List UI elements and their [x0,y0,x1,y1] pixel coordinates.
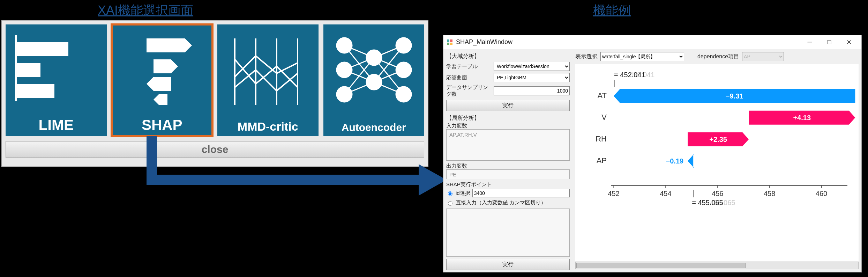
svg-rect-32 [447,39,449,42]
svg-rect-1 [16,63,40,77]
close-window-button[interactable]: ✕ [839,35,859,49]
svg-text:= 455.065: = 455.065 [692,199,723,206]
sampling-input[interactable] [494,86,570,95]
svg-text:−0.19: −0.19 [666,157,684,165]
svg-rect-35 [450,43,452,45]
mmd-critic-icon [217,24,319,115]
window-title: SHAP_MainWindow [456,38,800,46]
minimize-button[interactable]: ─ [800,35,820,49]
learning-table-select[interactable]: WorkflowWizardSession [494,62,570,71]
output-vars-label: 出力変数 [446,163,570,169]
input-vars-value: AP,AT,RH,V [446,129,570,161]
svg-marker-5 [154,59,178,73]
learning-table-label: 学習テーブル [446,63,492,70]
svg-text:452: 452 [608,190,619,197]
svg-text:−9.31: −9.31 [726,92,743,100]
svg-rect-33 [450,39,452,42]
close-button[interactable]: close [6,141,424,158]
svg-text:+4.13: +4.13 [793,114,811,122]
svg-text:+2.35: +2.35 [709,136,727,143]
svg-rect-34 [447,43,449,45]
tile-lime[interactable]: LIME [6,24,107,136]
id-select-input[interactable] [472,189,570,197]
shap-main-window: SHAP_MainWindow ─ □ ✕ 【大域分析】 学習テーブル Work… [443,35,862,272]
autoencoder-icon [323,24,425,115]
display-select-label: 表示選択 [575,53,598,60]
svg-text:454: 454 [660,190,671,197]
radio-id-select[interactable] [448,191,452,196]
scrollbar-thumb[interactable] [576,263,746,268]
svg-marker-4 [147,38,192,52]
svg-marker-6 [147,77,171,91]
svg-text:V: V [601,113,607,122]
svg-rect-0 [16,42,68,56]
tile-row: LIME SHAP [6,24,424,136]
display-select[interactable]: waterfall_single【局所】 [600,52,684,61]
heading-example: 機能例 [593,2,631,19]
tile-mmd-label: MMD-critic [217,120,319,133]
tile-autoencoder-label: Autoencoder [323,122,425,133]
radio-direct-input[interactable] [448,201,452,206]
left-pane: 【大域分析】 学習テーブル WorkflowWizardSession 応答曲面… [443,49,573,272]
run-local-button[interactable]: 実行 [446,259,570,270]
global-section-label: 【大域分析】 [446,53,570,60]
right-pane: 表示選択 waterfall_single【局所】 dependence項目 A… [573,49,861,272]
dependence-select: AP [742,52,784,61]
response-curve-label: 応答曲面 [446,74,492,81]
lime-icon [6,24,107,115]
xai-selector-panel: LIME SHAP [1,20,428,167]
sampling-label: データサンプリング数 [446,84,492,97]
radio-id-label: id選択 [456,190,470,197]
svg-text:AP: AP [597,156,607,165]
tile-shap[interactable]: SHAP [112,24,213,136]
tile-mmd-critic[interactable]: MMD-critic [217,24,319,136]
input-vars-label: 入力変数 [446,123,570,129]
svg-rect-2 [16,84,54,98]
waterfall-chart: 452.041= 452.041AT−9.31V+4.13RH+2.35AP−0… [575,64,859,261]
svg-text:RH: RH [596,134,607,143]
tile-shap-label: SHAP [112,117,213,133]
app-icon [446,39,453,46]
shap-icon [112,24,213,115]
output-vars-value: PE [446,169,570,179]
direct-input-box [446,209,570,257]
svg-text:456: 456 [712,190,723,197]
run-global-button[interactable]: 実行 [446,100,570,111]
titlebar: SHAP_MainWindow ─ □ ✕ [443,35,861,49]
maximize-button[interactable]: □ [820,35,839,49]
svg-text:= 452.041: = 452.041 [614,71,645,79]
tile-autoencoder[interactable]: Autoencoder [323,24,425,136]
svg-marker-49 [688,154,694,168]
heading-xai-select: XAI機能選択画面 [98,2,193,19]
horizontal-scrollbar[interactable] [575,262,859,269]
svg-text:AT: AT [598,91,607,100]
shap-point-label: SHAP実行ポイント [446,181,570,188]
radio-direct-label: 直接入力（入力変数値 カンマ区切り） [456,199,546,206]
response-curve-select[interactable]: PE,LightGBM [494,73,570,82]
svg-text:458: 458 [764,190,775,197]
local-section-label: 【局所分析】 [446,115,570,122]
tile-lime-label: LIME [6,117,107,133]
svg-text:460: 460 [816,190,827,197]
svg-marker-7 [154,94,167,105]
dependence-label: dependence項目 [697,53,739,60]
